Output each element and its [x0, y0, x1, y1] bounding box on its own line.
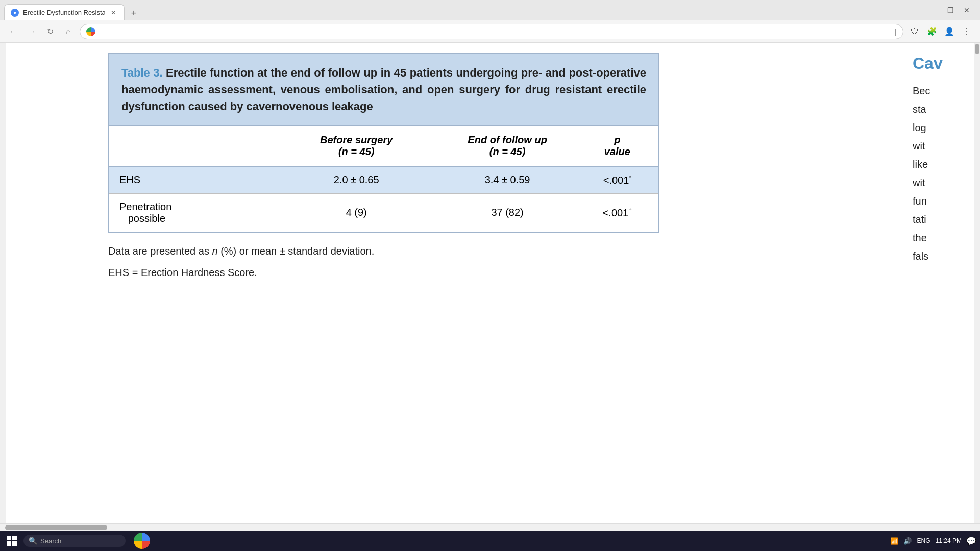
col-label-header: [109, 126, 274, 166]
close-button[interactable]: ✕: [962, 5, 972, 15]
col-end-header: End of follow up (n = 45): [439, 126, 576, 166]
volume-icon: 🔊: [903, 536, 912, 545]
tab-bar: ● Erectile Dysfunction Resistant to ✕ +: [4, 0, 141, 20]
row-ehs-label: EHS: [109, 166, 274, 193]
win-logo-q1: [7, 536, 11, 540]
search-icon: 🔍: [29, 537, 37, 545]
network-icon: 📶: [890, 536, 899, 545]
footnote-1-text: Data are presented as: [108, 245, 212, 257]
active-tab[interactable]: ● Erectile Dysfunction Resistant to ✕: [4, 4, 125, 20]
right-line-3: log: [913, 119, 974, 136]
right-line-4: wit: [913, 138, 974, 154]
page-content: Table 3. Erectile function at the end of…: [6, 43, 974, 523]
col-p-header: p value: [576, 126, 658, 166]
tab-title: Erectile Dysfunction Resistant to: [23, 9, 105, 16]
reload-button[interactable]: ↻: [43, 24, 57, 39]
data-table: Before surgery (n = 45) End of follow up…: [109, 126, 658, 232]
tab-close-button[interactable]: ✕: [109, 8, 118, 17]
scroll-left-gutter: [0, 43, 6, 523]
cursor-indicator: |: [895, 28, 897, 36]
row-penetration-end: 37 (82): [439, 193, 576, 232]
row-ehs-before: 2.0 ± 0.65: [274, 166, 439, 193]
row-penetration-label: Penetration possible: [109, 193, 274, 232]
row-penetration-before: 4 (9): [274, 193, 439, 232]
right-line-1: Bec: [913, 83, 974, 99]
taskbar-chrome-icon[interactable]: [134, 533, 150, 549]
footnote-1-rest: (%) or mean ± standard deviation.: [218, 245, 375, 257]
right-line-2: sta: [913, 101, 974, 117]
menu-icon[interactable]: ⋮: [960, 24, 974, 39]
right-line-10: fals: [913, 248, 974, 264]
system-tray-icons: 📶 🔊: [890, 536, 912, 545]
clock-time: 11:24 PM: [936, 537, 962, 544]
row-ehs-end: 3.4 ± 0.59: [439, 166, 576, 193]
table-container: Table 3. Erectile function at the end of…: [108, 53, 659, 233]
scroll-right-gutter[interactable]: [974, 43, 980, 523]
scroll-thumb[interactable]: [975, 44, 979, 54]
minimize-button[interactable]: —: [929, 5, 939, 15]
col-before-label: Before surgery: [320, 134, 393, 145]
toolbar: ← → ↻ ⌂ | 🛡 🧩 👤 ⋮: [0, 20, 980, 43]
col-end-n: (n = 45): [489, 146, 526, 157]
start-button[interactable]: [4, 533, 19, 548]
table-row: Penetration possible 4 (9) 37 (82) <.001…: [109, 193, 658, 232]
right-line-6: wit: [913, 174, 974, 191]
tab-favicon: ●: [11, 9, 19, 17]
right-partial-column: Cav Bec sta log wit like wit fun tati th…: [913, 43, 974, 266]
address-input[interactable]: [100, 28, 891, 36]
taskbar: 🔍 Search 📶 🔊 ENG 11:24 PM 💬: [0, 531, 980, 551]
maximize-button[interactable]: ❐: [945, 5, 955, 15]
win-logo-q3: [7, 541, 11, 546]
google-favicon: [86, 27, 95, 36]
right-heading: Cav: [913, 53, 974, 74]
profile-icon[interactable]: 👤: [942, 24, 957, 39]
extensions-icon[interactable]: 🧩: [925, 24, 939, 39]
col-before-n: (n = 45): [338, 146, 375, 157]
taskbar-right: 📶 🔊 ENG 11:24 PM 💬: [890, 536, 976, 545]
win-logo-q2: [12, 536, 17, 540]
win-logo-q4: [12, 541, 17, 546]
right-line-8: tati: [913, 211, 974, 228]
toolbar-right-icons: 🛡 🧩 👤 ⋮: [908, 24, 974, 39]
col-p2-label: value: [604, 146, 630, 157]
browser-window: ● Erectile Dysfunction Resistant to ✕ + …: [0, 0, 980, 551]
footnote-2: EHS = Erection Hardness Score.: [108, 264, 659, 281]
main-column: Table 3. Erectile function at the end of…: [108, 53, 670, 513]
footnote-n-italic: n: [212, 245, 217, 257]
table-caption: Table 3. Erectile function at the end of…: [121, 64, 646, 115]
row-penetration-p: <.001†: [576, 193, 658, 232]
window-controls: — ❐ ✕: [929, 5, 976, 15]
horizontal-scrollbar[interactable]: [0, 523, 980, 531]
table-number: Table 3.: [121, 66, 163, 79]
row-ehs-p: <.001*: [576, 166, 658, 193]
windows-logo-icon: [7, 536, 17, 546]
new-tab-button[interactable]: +: [127, 6, 141, 20]
right-line-7: fun: [913, 193, 974, 209]
h-scroll-thumb[interactable]: [5, 525, 107, 530]
back-button[interactable]: ←: [6, 24, 20, 39]
right-line-9: the: [913, 230, 974, 246]
footnote-1: Data are presented as n (%) or mean ± st…: [108, 243, 659, 259]
favicon-letter: ●: [13, 10, 16, 15]
title-bar: ● Erectile Dysfunction Resistant to ✕ + …: [0, 0, 980, 20]
col-end-label: End of follow up: [468, 134, 547, 145]
forward-button[interactable]: →: [24, 24, 39, 39]
col-before-header: Before surgery (n = 45): [274, 126, 439, 166]
address-bar[interactable]: |: [80, 24, 903, 39]
col-p-label: p: [614, 134, 620, 145]
table-row: EHS 2.0 ± 0.65 3.4 ± 0.59 <.001*: [109, 166, 658, 193]
table-title-text: Erectile function at the end of follow u…: [121, 66, 646, 113]
language-indicator: ENG: [917, 537, 930, 544]
footnote-2-text: EHS = Erection Hardness Score.: [108, 267, 257, 278]
right-text-content: Bec sta log wit like wit fun tati the fa…: [913, 83, 974, 264]
home-button[interactable]: ⌂: [61, 24, 76, 39]
shield-icon: 🛡: [908, 24, 922, 39]
content-area: Table 3. Erectile function at the end of…: [0, 43, 980, 523]
table-header-row: Before surgery (n = 45) End of follow up…: [109, 126, 658, 166]
taskbar-search[interactable]: 🔍 Search: [23, 535, 126, 547]
notification-icon[interactable]: 💬: [967, 536, 976, 545]
search-label: Search: [40, 537, 61, 545]
right-line-5: like: [913, 156, 974, 172]
table-header: Table 3. Erectile function at the end of…: [109, 54, 658, 126]
